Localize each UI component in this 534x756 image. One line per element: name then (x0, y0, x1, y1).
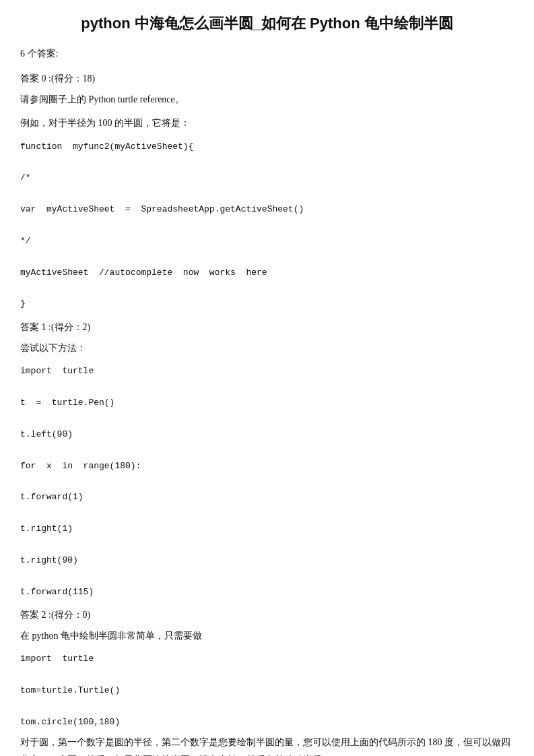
answer-1-code-13 (20, 568, 514, 584)
answer-1-code-9 (20, 505, 514, 521)
answer-1-code-3 (20, 410, 514, 426)
answer-0-text-0: 请参阅圈子上的 Python turtle reference。 (20, 91, 514, 108)
answer-count: 6 个答案: (20, 45, 514, 62)
answer-1-header: 答案 1 :(得分：2) (20, 319, 514, 336)
answer-0-code-9 (20, 280, 514, 296)
answer-1: 答案 1 :(得分：2) 尝试以下方法： import turtle t = t… (20, 319, 514, 600)
answer-0-code-1 (20, 154, 514, 170)
answer-2-code-4: tom.circle(100,180) (20, 714, 514, 730)
answer-1-code-12: t.right(90) (20, 553, 514, 568)
answer-0-code-7 (20, 249, 514, 264)
answer-2-text-0: 在 python 龟中绘制半圆非常简单，只需要做 (20, 627, 514, 644)
answer-1-code-14: t.forward(115) (20, 584, 514, 600)
answer-0-code-2: /* (20, 170, 514, 185)
answer-0-header: 答案 0 :(得分：18) (20, 70, 514, 87)
answer-1-text-0: 尝试以下方法： (20, 340, 514, 356)
answer-2-trailing: 对于圆，第一个数字是圆的半径，第二个数字是您要绘制半圆的量，您可以使用上面的代码… (20, 734, 514, 756)
answer-0-code-4: var myActiveSheet = SpreadsheetApp.getAc… (20, 201, 514, 217)
answer-1-code-11 (20, 537, 514, 553)
answer-0-code-8: myActiveSheet //autocomplete now works h… (20, 265, 514, 280)
answer-2-code-1 (20, 667, 514, 683)
answer-0-code-10: } (20, 296, 514, 311)
answer-1-code-7 (20, 474, 514, 489)
answer-2-code-2: tom=turtle.Turtle() (20, 683, 514, 698)
answer-1-code-4: t.left(90) (20, 427, 514, 442)
answer-2-code-0: import turtle (20, 651, 514, 666)
answer-2: 答案 2 :(得分：0) 在 python 龟中绘制半圆非常简单，只需要做 im… (20, 606, 514, 756)
page-title: python 中海龟怎么画半圆_如何在 Python 龟中绘制半圆 (20, 13, 514, 34)
answer-2-code-3 (20, 699, 514, 714)
answer-1-code-5 (20, 442, 514, 458)
answer-0-text-2: 例如，对于半径为 100 的半圆，它将是： (20, 115, 514, 131)
answer-1-code-0: import turtle (20, 363, 514, 379)
answer-1-code-10: t.right(1) (20, 521, 514, 536)
answer-0: 答案 0 :(得分：18) 请参阅圈子上的 Python turtle refe… (20, 70, 514, 312)
answer-0-code-3 (20, 186, 514, 201)
answer-1-code-6: for x in range(180): (20, 458, 514, 474)
answer-1-code-8: t.forward(1) (20, 489, 514, 505)
answer-1-code-1 (20, 379, 514, 395)
answer-0-code-5 (20, 218, 514, 233)
answer-0-code-6: */ (20, 233, 514, 249)
answer-0-code-0: function myfunc2(myActiveSheet){ (20, 139, 514, 154)
answer-1-code-2: t = turtle.Pen() (20, 395, 514, 410)
answer-2-header: 答案 2 :(得分：0) (20, 606, 514, 623)
